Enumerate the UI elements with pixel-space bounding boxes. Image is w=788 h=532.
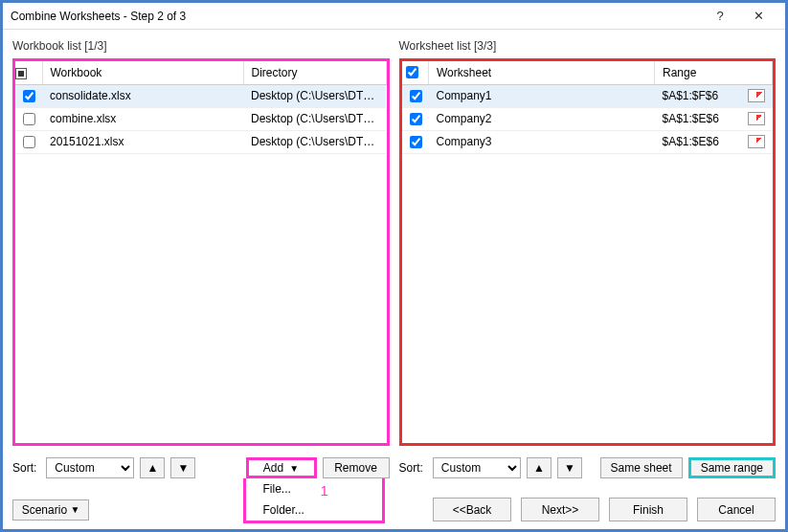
right-sort-select[interactable]: Custom xyxy=(433,457,521,478)
right-sort-label: Sort: xyxy=(399,461,423,475)
worksheet-header-name[interactable]: Worksheet xyxy=(429,61,655,84)
row-checkbox[interactable] xyxy=(410,136,422,148)
row-checkbox[interactable] xyxy=(23,113,35,125)
row-checkbox[interactable] xyxy=(410,113,422,125)
worksheet-name: Company3 xyxy=(429,130,655,153)
table-row[interactable]: Company1 $A$1:$F$6 xyxy=(402,84,773,107)
workbook-name: consolidate.xlsx xyxy=(42,84,243,107)
table-row[interactable]: Company2 $A$1:$E$6 xyxy=(402,107,773,130)
worksheet-name: Company2 xyxy=(429,107,655,130)
worksheet-range: $A$1:$E$6 xyxy=(663,135,719,148)
workbook-header-name[interactable]: Workbook xyxy=(42,61,243,84)
workbook-dir: Desktop (C:\Users\DT1... xyxy=(243,130,386,153)
scenario-button[interactable]: Scenario ▼ xyxy=(12,499,89,521)
right-move-up-button[interactable]: ▲ xyxy=(527,457,552,478)
workbook-header-checkbox[interactable] xyxy=(15,61,42,84)
same-range-button[interactable]: Same range xyxy=(688,457,776,478)
workbook-name: combine.xlsx xyxy=(42,107,243,130)
add-dropdown: File... Folder... 1 xyxy=(243,478,385,523)
table-row[interactable]: Company3 $A$1:$E$6 xyxy=(402,130,773,153)
workbook-panel: 2 Workbook Directory consolidate.xlsx De… xyxy=(12,58,390,446)
scenario-label: Scenario xyxy=(22,503,67,517)
workbook-name: 20151021.xlsx xyxy=(42,130,243,153)
add-file-item[interactable]: File... xyxy=(246,478,382,499)
worksheet-table: Worksheet Range Company1 $A$1:$F$6 Compa… xyxy=(402,61,774,154)
same-sheet-button[interactable]: Same sheet xyxy=(600,457,683,478)
caret-down-icon: ▼ xyxy=(289,463,299,474)
header-check[interactable] xyxy=(406,66,418,78)
workbook-dir: Desktop (C:\Users\DT1... xyxy=(243,107,386,130)
left-move-up-button[interactable]: ▲ xyxy=(140,457,165,478)
row-checkbox[interactable] xyxy=(23,136,35,148)
range-picker-icon[interactable] xyxy=(748,89,765,102)
row-checkbox[interactable] xyxy=(23,90,35,102)
cancel-button[interactable]: Cancel xyxy=(697,498,776,521)
titlebar: Combine Worksheets - Step 2 of 3 ? ✕ xyxy=(3,3,785,30)
worksheet-header-range[interactable]: Range xyxy=(655,61,773,84)
workbook-list-label: Workbook list [1/3] xyxy=(12,39,390,56)
back-button[interactable]: <<Back xyxy=(433,498,511,521)
indeterminate-icon xyxy=(15,68,27,79)
next-button[interactable]: Next>> xyxy=(521,498,599,521)
add-folder-item[interactable]: Folder... xyxy=(246,499,382,521)
window-title: Combine Worksheets - Step 2 of 3 xyxy=(11,10,701,23)
help-button[interactable]: ? xyxy=(701,5,739,28)
worksheet-list-label: Worksheet list [3/3] xyxy=(399,39,777,56)
worksheet-range: $A$1:$E$6 xyxy=(663,112,719,125)
left-move-down-button[interactable]: ▼ xyxy=(170,457,195,478)
worksheet-name: Company1 xyxy=(429,84,655,107)
worksheet-range: $A$1:$F$6 xyxy=(663,89,719,102)
worksheet-header-checkbox[interactable] xyxy=(402,61,429,84)
caret-down-icon: ▼ xyxy=(70,504,79,515)
workbook-dir: Desktop (C:\Users\DT1... xyxy=(243,84,386,107)
range-picker-icon[interactable] xyxy=(748,112,765,125)
row-checkbox[interactable] xyxy=(410,90,422,102)
workbook-table: Workbook Directory consolidate.xlsx Desk… xyxy=(15,61,387,154)
range-picker-icon[interactable] xyxy=(748,135,765,148)
worksheet-panel: 3 4 Worksheet Range Company1 $A$1:$F$6 xyxy=(399,58,777,446)
finish-button[interactable]: Finish xyxy=(609,498,687,521)
left-sort-select[interactable]: Custom xyxy=(46,457,134,478)
remove-button[interactable]: Remove xyxy=(323,457,390,478)
left-sort-label: Sort: xyxy=(12,461,36,475)
table-row[interactable]: 20151021.xlsx Desktop (C:\Users\DT1... xyxy=(15,130,386,153)
table-row[interactable]: combine.xlsx Desktop (C:\Users\DT1... xyxy=(15,107,386,130)
right-move-down-button[interactable]: ▼ xyxy=(557,457,582,478)
close-button[interactable]: ✕ xyxy=(739,5,777,28)
table-row[interactable]: consolidate.xlsx Desktop (C:\Users\DT1..… xyxy=(15,84,386,107)
add-button[interactable]: Add ▼ xyxy=(246,457,317,478)
workbook-header-dir[interactable]: Directory xyxy=(243,61,386,84)
add-label: Add xyxy=(263,461,283,475)
